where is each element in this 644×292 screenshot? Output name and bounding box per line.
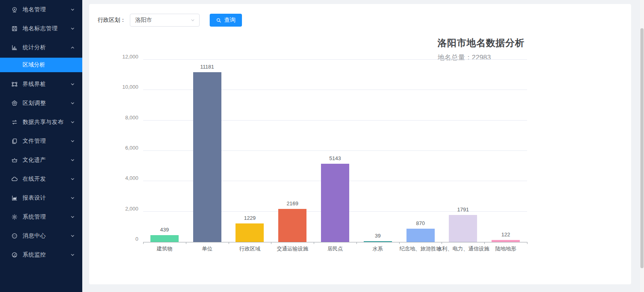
x-axis-tick xyxy=(229,242,229,244)
y-axis-tick-label: 2,000 xyxy=(114,205,138,211)
swap-icon xyxy=(11,119,18,125)
query-button[interactable]: 查询 xyxy=(210,14,242,27)
bar-chart-icon xyxy=(11,44,18,51)
search-icon xyxy=(216,18,221,23)
bar-chart-plot-area: 02,0004,0006,0008,00010,00012,000439建筑物1… xyxy=(143,60,527,242)
sidebar-item-medal[interactable]: 区划调整 xyxy=(0,94,82,113)
filter-bar: 行政区划： 洛阳市 查询 xyxy=(98,14,242,27)
x-axis-category-label: 水系 xyxy=(373,245,383,252)
chevron-down-icon xyxy=(70,158,75,163)
chevron-down-icon xyxy=(70,177,75,181)
sidebar-item-gear[interactable]: 系统管理 xyxy=(0,207,82,226)
chevron-up-icon xyxy=(70,45,75,50)
bar-value-label: 11181 xyxy=(200,64,214,70)
chart-title: 洛阳市地名数据分析 xyxy=(438,37,525,49)
chevron-down-icon xyxy=(70,252,75,257)
chevron-down-icon xyxy=(70,215,75,219)
chevron-down-icon xyxy=(70,101,75,106)
x-axis-category-label: 行政区域 xyxy=(239,245,260,252)
x-axis-tick xyxy=(314,242,314,244)
sidebar-item-label: 数据共享与发布 xyxy=(23,119,70,126)
bar-陆地地形 xyxy=(492,240,520,242)
x-axis-line xyxy=(143,242,527,242)
gear-icon xyxy=(11,214,18,220)
sidebar-subitem-label: 区域分析 xyxy=(23,61,45,69)
message-icon xyxy=(11,233,18,239)
map-pin-icon xyxy=(11,6,18,13)
sidebar-item-gauge[interactable]: 系统监控 xyxy=(0,245,82,264)
bar-value-label: 122 xyxy=(501,232,510,238)
crown-icon xyxy=(11,157,18,163)
bar-居民点 xyxy=(321,164,349,242)
y-axis-tick-label: 8,000 xyxy=(114,114,138,120)
scrollbar-thumb[interactable] xyxy=(640,28,644,268)
page-scrollbar[interactable] xyxy=(640,0,644,292)
x-axis-category-label: 单位 xyxy=(202,245,213,252)
chevron-down-icon xyxy=(70,82,75,87)
sidebar-item-label: 文件管理 xyxy=(23,138,70,145)
y-axis-tick-label: 0 xyxy=(114,236,138,242)
sidebar-item-label: 系统管理 xyxy=(23,213,70,221)
bar-value-label: 870 xyxy=(416,220,425,226)
chevron-down-icon xyxy=(70,120,75,125)
bar-水系 xyxy=(364,241,392,242)
chevron-down-icon xyxy=(70,139,75,144)
sidebar-item-boundary-frame[interactable]: 界线界桩 xyxy=(0,75,82,94)
y-axis-tick-label: 6,000 xyxy=(114,145,138,151)
sidebar-item-cloud[interactable]: 在线开发 xyxy=(0,169,82,188)
x-axis-category-label: 居民点 xyxy=(327,245,343,252)
chevron-down-icon xyxy=(70,26,75,31)
chevron-down-icon xyxy=(70,7,75,12)
y-axis-tick-label: 4,000 xyxy=(114,175,138,181)
sidebar-item-save[interactable]: 地名标志管理 xyxy=(0,19,82,38)
sidebar-item-label: 区划调整 xyxy=(23,100,70,107)
x-axis-tick xyxy=(356,242,357,244)
sidebar-item-crown[interactable]: 文化遗产 xyxy=(0,150,82,169)
medal-icon xyxy=(11,100,18,106)
region-select[interactable]: 洛阳市 xyxy=(130,14,200,27)
sidebar-item-area-chart[interactable]: 报表设计 xyxy=(0,188,82,207)
y-axis-tick-label: 12,000 xyxy=(114,54,138,60)
chevron-down-icon xyxy=(190,18,195,23)
y-axis-tick-label: 10,000 xyxy=(114,84,138,90)
main-content: 行政区划： 洛阳市 查询 洛阳市地名数据分析 地名总量：22983 xyxy=(82,0,644,292)
bar-纪念地、旅游胜地 xyxy=(406,229,435,242)
sidebar-item-label: 文化遗产 xyxy=(23,156,70,164)
x-axis-tick xyxy=(186,242,186,244)
bar-value-label: 439 xyxy=(160,227,169,233)
bar-value-label: 1791 xyxy=(457,206,469,213)
chevron-down-icon xyxy=(70,196,75,200)
area-chart-icon xyxy=(11,195,18,201)
files-icon xyxy=(11,138,18,144)
bar-交通运输设施 xyxy=(278,209,306,242)
sidebar: 地名管理地名标志管理统计分析区域分析界线界桩区划调整数据共享与发布文件管理文化遗… xyxy=(0,0,82,292)
sidebar-item-label: 在线开发 xyxy=(23,175,70,183)
sidebar-item-files[interactable]: 文件管理 xyxy=(0,131,82,150)
x-axis-tick xyxy=(442,242,442,244)
cloud-icon xyxy=(11,176,18,182)
sidebar-item-bar-chart[interactable]: 统计分析 xyxy=(0,38,82,57)
x-axis-tick xyxy=(484,242,485,244)
x-axis-tick xyxy=(399,242,400,244)
sidebar-item-map-pin[interactable]: 地名管理 xyxy=(0,0,82,19)
sidebar-item-swap[interactable]: 数据共享与发布 xyxy=(0,113,82,131)
gauge-icon xyxy=(11,252,18,258)
content-card: 行政区划： 洛阳市 查询 洛阳市地名数据分析 地名总量：22983 xyxy=(89,4,631,284)
bar-value-label: 39 xyxy=(375,233,381,239)
x-axis-category-label: 陆地地形 xyxy=(495,245,516,252)
bar-value-label: 1229 xyxy=(244,215,256,221)
gridline xyxy=(143,59,527,60)
sidebar-item-label: 系统监控 xyxy=(23,251,70,259)
bar-单位 xyxy=(193,72,221,242)
chevron-down-icon xyxy=(70,234,75,238)
bar-建筑物 xyxy=(150,235,179,242)
region-select-value: 洛阳市 xyxy=(135,17,152,24)
x-axis-tick xyxy=(143,242,144,244)
sidebar-item-label: 界线界桩 xyxy=(23,81,70,88)
sidebar-subitem[interactable]: 区域分析 xyxy=(0,58,82,72)
x-axis-category-label: 纪念地、旅游胜地 xyxy=(400,245,442,252)
bar-行政区域 xyxy=(236,223,264,242)
sidebar-item-message[interactable]: 消息中心 xyxy=(0,226,82,245)
sidebar-item-label: 报表设计 xyxy=(23,194,70,202)
sidebar-item-label: 统计分析 xyxy=(23,44,70,51)
